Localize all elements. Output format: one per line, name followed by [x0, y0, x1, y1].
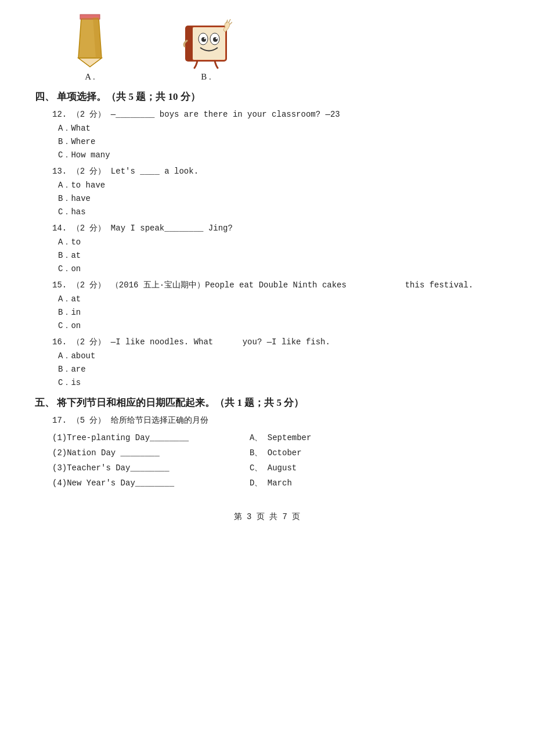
q14-optB: B．at [58, 250, 499, 261]
section4-header: 四、 单项选择。（共 5 题；共 10 分） [35, 90, 499, 103]
image-b-label: B . [201, 72, 211, 82]
section5-header: 五、 将下列节日和相应的日期匹配起来。（共 1 题；共 5 分） [35, 396, 499, 409]
match-left-3: (3)Teacher's Day________ [52, 463, 250, 473]
q12-optB: B．Where [58, 136, 499, 147]
q14-optA: A．to [58, 237, 499, 247]
q15-optC: C．on [58, 321, 499, 331]
page-footer: 第 3 页 共 7 页 [35, 512, 499, 522]
pencil-icon [70, 12, 110, 70]
section4-title: 四、 单项选择。（共 5 题；共 10 分） [35, 90, 200, 103]
q13-score: （2 分） [72, 167, 106, 176]
q12-optA: A．What [58, 123, 499, 134]
image-b: B . [180, 15, 232, 82]
q17-score: （5 分） [72, 416, 106, 425]
match-left-1: (1)Tree-planting Day________ [52, 433, 250, 442]
match-left-2: (2)Nation Day ________ [52, 448, 250, 458]
q16-text: —I like noodles. What you? —I like fish. [111, 337, 330, 347]
q15-stem: 15. （2 分） （2016 五上·宝山期中）People eat Doubl… [52, 280, 499, 290]
q16-score: （2 分） [72, 337, 106, 347]
question-15: 15. （2 分） （2016 五上·宝山期中）People eat Doubl… [52, 280, 499, 331]
match-right-3: C、 August [250, 463, 366, 473]
matching-row-1: (1)Tree-planting Day________ A、 Septembe… [52, 433, 499, 443]
q17-num: 17. [52, 416, 67, 425]
svg-point-15 [216, 38, 218, 39]
images-row: A . [70, 12, 499, 82]
svg-rect-9 [193, 27, 225, 60]
q14-score: （2 分） [72, 224, 106, 233]
q12-text: —________ boys are there in your classro… [111, 110, 340, 119]
q13-optB: B．have [58, 193, 499, 204]
footer-text: 第 3 页 共 7 页 [234, 512, 301, 521]
q16-optA: A．about [58, 351, 499, 361]
q15-num: 15. [52, 280, 67, 290]
svg-line-18 [230, 22, 232, 24]
match-right-4: D、 March [250, 478, 366, 488]
q15-optB: B．in [58, 307, 499, 318]
matching-row-4: (4)New Year's Day________ D、 March [52, 478, 499, 488]
question-12: 12. （2 分） —________ boys are there in yo… [52, 109, 499, 160]
q15-text: （2016 五上·宝山期中）People eat Double Ninth ca… [111, 280, 473, 290]
q14-optC: C．on [58, 264, 499, 274]
question-14: 14. （2 分） May I speak________ Jing? A．to… [52, 223, 499, 274]
q13-num: 13. [52, 167, 67, 176]
svg-marker-1 [78, 58, 102, 67]
svg-rect-8 [186, 26, 193, 61]
q17-stem: 17. （5 分） 给所给节日选择正确的月份 [52, 415, 499, 426]
q13-optC: C．has [58, 207, 499, 217]
q12-stem: 12. （2 分） —________ boys are there in yo… [52, 109, 499, 120]
q16-optB: B．are [58, 364, 499, 375]
q14-stem: 14. （2 分） May I speak________ Jing? [52, 223, 499, 233]
question-17: 17. （5 分） 给所给节日选择正确的月份 (1)Tree-planting … [52, 415, 499, 488]
image-a-label: A . [85, 72, 95, 82]
matching-row-2: (2)Nation Day ________ B、 October [52, 448, 499, 458]
q12-optC: C．How many [58, 150, 499, 160]
q16-num: 16. [52, 337, 67, 347]
q12-num: 12. [52, 110, 67, 119]
q16-stem: 16. （2 分） —I like noodles. What you? —I … [52, 337, 499, 347]
image-a: A . [70, 12, 110, 82]
matching-row-3: (3)Teacher's Day________ C、 August [52, 463, 499, 473]
q14-text: May I speak________ Jing? [111, 224, 233, 233]
matching-table: (1)Tree-planting Day________ A、 Septembe… [52, 433, 499, 488]
q16-optC: C．is [58, 377, 499, 388]
match-right-1: A、 September [250, 433, 366, 443]
q12-score: （2 分） [72, 110, 106, 119]
q13-text: Let's ____ a look. [111, 167, 199, 176]
question-16: 16. （2 分） —I like noodles. What you? —I … [52, 337, 499, 388]
section5-title: 五、 将下列节日和相应的日期匹配起来。（共 1 题；共 5 分） [35, 396, 304, 409]
book-icon [180, 15, 232, 70]
q13-stem: 13. （2 分） Let's ____ a look. [52, 166, 499, 177]
q15-optA: A．at [58, 294, 499, 304]
match-right-2: B、 October [250, 448, 366, 458]
q13-optA: A．to have [58, 180, 499, 190]
q14-num: 14. [52, 224, 67, 233]
svg-point-14 [204, 38, 206, 39]
question-13: 13. （2 分） Let's ____ a look. A．to have B… [52, 166, 499, 217]
q15-score: （2 分） [72, 280, 106, 290]
q17-desc: 给所给节日选择正确的月份 [111, 416, 208, 425]
match-left-4: (4)New Year's Day________ [52, 478, 250, 488]
svg-line-17 [229, 19, 230, 23]
